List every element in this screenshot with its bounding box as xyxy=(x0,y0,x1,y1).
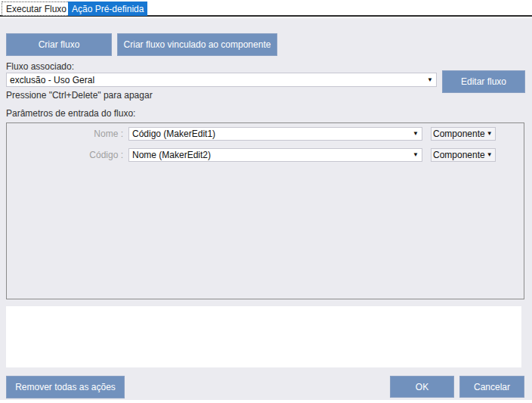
create-linked-flow-button[interactable]: Criar fluxo vinculado ao componente xyxy=(117,33,277,56)
tab-executar-fluxo[interactable]: Executar Fluxo xyxy=(2,2,71,16)
parameters-label: Parâmetros de entrada do fluxo: xyxy=(6,108,135,119)
chevron-down-icon: ▼ xyxy=(427,77,433,83)
associated-flow-label: Fluxo associado: xyxy=(6,61,74,72)
dialog-body: Criar fluxo Criar fluxo vinculado ao com… xyxy=(0,18,532,400)
param-codigo-value-select[interactable]: Nome (MakerEdit2) ▼ xyxy=(128,148,422,162)
param-name-label: Nome : xyxy=(7,129,123,139)
chevron-down-icon: ▼ xyxy=(487,152,493,158)
associated-flow-selected-value: exclusão - Uso Geral xyxy=(10,75,94,85)
remove-all-actions-button[interactable]: Remover todas as ações xyxy=(6,376,125,398)
param-name-source-select[interactable]: Componente ▼ xyxy=(431,127,496,141)
param-name-source-value: Componente xyxy=(433,129,485,139)
tab-strip: Executar Fluxo Ação Pré-definida xyxy=(0,0,532,17)
ok-button[interactable]: OK xyxy=(390,376,454,398)
param-codigo-source-value: Componente xyxy=(433,150,485,160)
chevron-down-icon: ▼ xyxy=(413,152,419,158)
cancel-button[interactable]: Cancelar xyxy=(459,376,524,398)
actions-list[interactable] xyxy=(6,306,521,367)
edit-flow-button[interactable]: Editar fluxo xyxy=(442,70,525,93)
chevron-down-icon: ▼ xyxy=(413,131,419,137)
create-flow-button[interactable]: Criar fluxo xyxy=(6,33,112,56)
ctrl-delete-hint: Pressione "Ctrl+Delete" para apagar xyxy=(6,90,153,101)
param-name-value-select[interactable]: Código (MakerEdit1) ▼ xyxy=(128,127,422,141)
param-name-selected-value: Código (MakerEdit1) xyxy=(132,129,215,139)
param-codigo-label: Código : xyxy=(7,150,123,160)
tab-acao-pre-definida[interactable]: Ação Pré-definida xyxy=(68,2,147,16)
param-codigo-source-select[interactable]: Componente ▼ xyxy=(431,148,496,162)
associated-flow-select[interactable]: exclusão - Uso Geral ▼ xyxy=(6,73,437,87)
param-codigo-selected-value: Nome (MakerEdit2) xyxy=(132,150,211,160)
chevron-down-icon: ▼ xyxy=(487,131,493,137)
parameters-panel: Nome : Código (MakerEdit1) ▼ Componente … xyxy=(6,122,524,299)
